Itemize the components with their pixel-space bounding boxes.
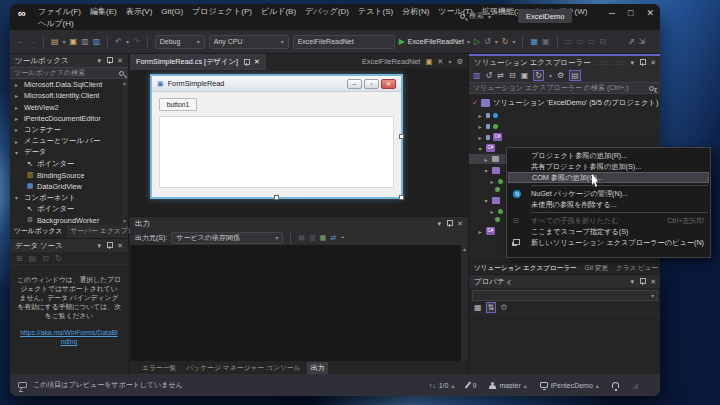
undo-icon[interactable]: ↶ xyxy=(115,38,122,46)
clear-all-icon[interactable]: ▦ xyxy=(320,234,327,242)
feedback-icon[interactable]: ⇲ xyxy=(639,38,646,46)
toggle-wordwrap-icon[interactable]: ⇄ xyxy=(330,234,336,242)
align-right-icon[interactable]: ▭ xyxy=(588,38,596,46)
tab-git-changes[interactable]: Git 変更 xyxy=(582,263,611,274)
collapse-all-icon[interactable]: ⊟ xyxy=(509,71,516,80)
tab-formsimpleread-design[interactable]: FormSimpleRead.cs [デザイン] ✕ xyxy=(130,54,266,70)
toolbox-item[interactable]: ▥BindingSource xyxy=(10,169,128,180)
breakpoint-icon[interactable]: ▣ xyxy=(542,38,550,46)
tab-class-view[interactable]: クラス ビュー xyxy=(613,263,660,274)
platform-dropdown[interactable]: Any CPU▾ xyxy=(209,35,289,49)
menu-build[interactable]: ビルド(B) xyxy=(261,6,296,17)
tab-output[interactable]: 出力 xyxy=(307,362,329,374)
close-button[interactable]: ✕ xyxy=(646,8,654,18)
resize-grip[interactable]: ◢ xyxy=(632,381,638,390)
toolbox-group[interactable]: ▸メニューとツール バー xyxy=(10,135,128,146)
edit-data-source-icon[interactable]: ▤ xyxy=(29,254,37,263)
textbox-control[interactable] xyxy=(159,116,394,188)
minimize-button[interactable]: ─ xyxy=(609,8,615,18)
refresh-icon[interactable]: ↻ xyxy=(55,254,62,263)
chevron-down-icon[interactable]: ▾ xyxy=(495,38,498,45)
categorized-icon[interactable]: ▦ xyxy=(474,303,482,312)
maximize-button[interactable]: □ xyxy=(628,8,633,18)
toolbox-scrollbar[interactable]: ▲▼ xyxy=(121,79,128,225)
window-position-icon[interactable]: ▾ xyxy=(98,57,102,65)
line-endings-indicator[interactable]: ↑↓ 1/0 ▴ xyxy=(429,382,455,389)
output-scrollbar[interactable]: ▲ xyxy=(461,245,468,361)
refresh-icon[interactable]: ↻ xyxy=(533,70,544,81)
menu-debug[interactable]: デバッグ(D) xyxy=(305,6,349,17)
toolbox-group[interactable]: ▾コンポーネント xyxy=(10,192,128,203)
search-box[interactable]: 検索 ▾ xyxy=(460,11,491,21)
configure-icon[interactable]: ⊡ xyxy=(42,254,49,263)
switch-views-icon[interactable]: ▥ xyxy=(473,71,481,80)
menu-git[interactable]: Git(G) xyxy=(161,6,183,17)
goto-message-icon[interactable]: ▥ xyxy=(309,234,316,242)
file-node[interactable] xyxy=(495,214,500,224)
menu-project[interactable]: プロジェクト(P) xyxy=(192,6,252,17)
toolbox-item[interactable]: ↖ポインター xyxy=(10,203,128,214)
new-project-icon[interactable]: ▤ xyxy=(51,38,59,46)
notifications-bell-icon[interactable] xyxy=(612,382,619,388)
startup-project-dropdown[interactable]: ExcelFileReadNet xyxy=(293,35,395,49)
output-source-dropdown[interactable]: サービスの依存関係▾ xyxy=(171,232,283,244)
window-position-icon[interactable]: ▾ xyxy=(98,242,102,250)
start-without-debugging-icon[interactable]: ▷ xyxy=(474,38,480,46)
configuration-dropdown[interactable]: Debug▾ xyxy=(155,35,205,49)
resize-handle-right[interactable] xyxy=(399,134,404,139)
pending-changes-filter-icon[interactable]: ↺ xyxy=(486,71,493,80)
chevron-down-icon[interactable]: ▾ xyxy=(448,58,451,65)
project-node-expanded[interactable]: ▾C# xyxy=(477,143,495,153)
solution-name-badge[interactable]: ExcelDemo xyxy=(518,9,572,23)
chevron-down-icon[interactable]: ▾ xyxy=(549,72,552,79)
toolbox-item[interactable]: ⚙BackgroundWorker xyxy=(10,215,128,225)
project-node[interactable]: ▸C# xyxy=(477,132,502,142)
menu-remove-unused-references[interactable]: 未使用の参照を削除する... xyxy=(507,199,710,210)
properties-wrench-icon[interactable]: ⚙ xyxy=(557,71,564,80)
menu-add-project-reference[interactable]: プロジェクト参照の追加(R)... xyxy=(507,150,710,161)
restart-icon[interactable]: ↻ xyxy=(502,38,509,46)
chevron-down-icon[interactable]: ▾ xyxy=(126,38,129,45)
button1-control[interactable]: button1 xyxy=(159,98,197,111)
output-content[interactable]: ▲ xyxy=(130,245,468,361)
repository-selector[interactable]: iPentecDemo ▴ xyxy=(540,382,599,389)
show-all-files-icon[interactable]: ▣ xyxy=(521,71,529,80)
pin-icon[interactable] xyxy=(639,59,645,66)
pin-icon[interactable] xyxy=(446,220,452,227)
tab-toolbox[interactable]: ツールボックス xyxy=(10,224,67,238)
close-panel-icon[interactable]: ✕ xyxy=(457,220,463,228)
menu-help[interactable]: ヘルプ(H) xyxy=(38,19,74,28)
resize-handle-bottom[interactable] xyxy=(274,195,279,200)
resize-handle-corner[interactable] xyxy=(399,195,404,200)
close-group-icon[interactable]: ✕ xyxy=(437,57,443,66)
sync-with-active-document-icon[interactable]: ⇄ xyxy=(497,71,504,80)
toolbox-group[interactable]: ▸コンテナー xyxy=(10,124,128,135)
close-tab-icon[interactable]: ✕ xyxy=(254,58,260,66)
make-same-size-icon[interactable]: ⊟ xyxy=(599,38,606,46)
project-node[interactable]: ▸C# xyxy=(477,226,495,236)
toolbox-group[interactable]: ▾データ xyxy=(10,147,128,158)
project-node[interactable]: ▸ xyxy=(477,121,498,131)
tab-error-list[interactable]: エラー一覧 xyxy=(138,362,180,374)
close-panel-icon[interactable]: ✕ xyxy=(650,59,656,67)
menu-manage-nuget-packages[interactable]: NNuGet パッケージの管理(N)... xyxy=(507,188,710,199)
solution-explorer-search[interactable]: ソリューション エクスプローラー の検索 (Ctrl+;) ▾ xyxy=(469,82,660,94)
close-panel-icon[interactable]: ✕ xyxy=(117,242,123,250)
pin-icon[interactable] xyxy=(639,278,645,285)
pending-edits-indicator[interactable]: 9 xyxy=(467,381,476,389)
hot-reload-icon[interactable]: ↺ xyxy=(484,38,491,46)
toolbox-search[interactable]: ツールボックスの検索 xyxy=(10,67,128,79)
toolbox-group[interactable]: ▸iPentecDocumentEditor xyxy=(10,113,128,124)
menu-view[interactable]: 表示(V) xyxy=(126,6,153,17)
close-panel-icon[interactable]: ✕ xyxy=(117,57,123,65)
solution-node[interactable]: ✓ ソリューション 'ExcelDemo' (5/5 のプロジェクト) xyxy=(472,98,658,108)
properties-object-dropdown[interactable]: ▾ xyxy=(472,290,658,301)
file-node[interactable] xyxy=(495,184,500,194)
pin-icon[interactable] xyxy=(106,242,112,249)
tab-solution-explorer[interactable]: ソリューション エクスプローラー xyxy=(471,263,580,274)
folder-icon[interactable]: ▣ xyxy=(425,57,432,66)
align-center-icon[interactable]: ▭ xyxy=(576,38,584,46)
redo-icon[interactable]: ↷ xyxy=(133,38,140,46)
toolbox-group[interactable]: ▸Microsoft.Identity.Client xyxy=(10,90,128,101)
settings-gear-icon[interactable]: ⚙ xyxy=(456,57,463,66)
